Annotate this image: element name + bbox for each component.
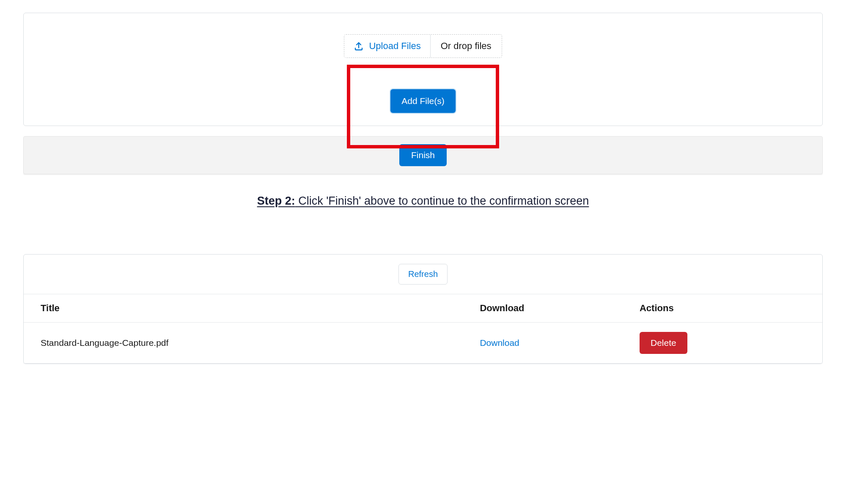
- upload-panel: Upload Files Or drop files Add File(s): [23, 13, 823, 126]
- upload-files-button[interactable]: Upload Files: [344, 35, 430, 58]
- finish-bar: Finish: [23, 136, 823, 174]
- refresh-button[interactable]: Refresh: [398, 264, 448, 285]
- upload-dropzone[interactable]: Upload Files Or drop files: [344, 34, 502, 58]
- upload-area: Upload Files Or drop files: [24, 13, 822, 70]
- upload-files-label: Upload Files: [369, 41, 420, 52]
- finish-button[interactable]: Finish: [399, 144, 447, 166]
- column-actions: Actions: [623, 294, 822, 323]
- files-panel: Refresh Title Download Actions Standard-…: [23, 254, 823, 364]
- table-row: Standard-Language-Capture.pdf Download D…: [24, 323, 822, 364]
- column-download: Download: [463, 294, 623, 323]
- files-panel-header: Refresh: [24, 255, 822, 294]
- add-files-button[interactable]: Add File(s): [390, 89, 456, 113]
- download-link[interactable]: Download: [480, 338, 519, 348]
- table-header-row: Title Download Actions: [24, 294, 822, 323]
- step-instruction-text: Click 'Finish' above to continue to the …: [295, 194, 589, 207]
- files-table: Title Download Actions Standard-Language…: [24, 294, 822, 364]
- file-title-cell: Standard-Language-Capture.pdf: [24, 323, 463, 364]
- column-title: Title: [24, 294, 463, 323]
- add-file-area: Add File(s): [24, 70, 822, 126]
- delete-button[interactable]: Delete: [640, 332, 687, 354]
- upload-icon: [354, 41, 364, 51]
- step-label: Step 2:: [257, 194, 295, 207]
- drop-files-label: Or drop files: [431, 35, 502, 58]
- step-instruction: Step 2: Click 'Finish' above to continue…: [23, 194, 823, 208]
